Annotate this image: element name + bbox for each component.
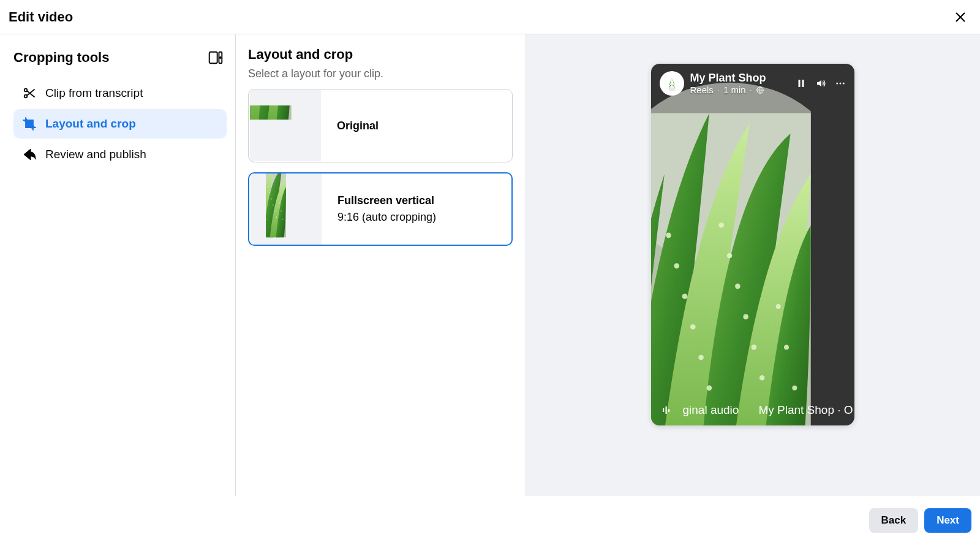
pause-icon[interactable] — [796, 78, 807, 89]
channel-meta: Reels · 1 min · — [690, 85, 790, 95]
attribution: My Plant Shop · O — [758, 403, 853, 417]
svg-rect-22 — [209, 52, 217, 63]
layout-option-original[interactable]: Original — [248, 89, 513, 162]
svg-point-35 — [842, 83, 844, 85]
meta-type: Reels — [690, 85, 714, 95]
sidebar-title: Cropping tools — [13, 50, 109, 66]
svg-rect-38 — [668, 410, 669, 413]
layout-thumb-vertical — [251, 173, 322, 245]
avatar[interactable] — [660, 71, 684, 96]
panel-toggle-button[interactable] — [205, 47, 227, 69]
svg-point-33 — [836, 83, 838, 85]
close-button[interactable] — [949, 6, 971, 28]
preview-top-overlay: My Plant Shop Reels · 1 min · — [660, 71, 846, 96]
layout-panel: Layout and crop Select a layout for your… — [236, 34, 525, 496]
layout-thumb-original — [250, 90, 321, 161]
more-icon[interactable] — [835, 78, 846, 89]
preview-area: My Plant Shop Reels · 1 min · — [525, 34, 980, 496]
audio-bars-icon — [661, 405, 672, 416]
close-icon — [954, 10, 967, 24]
globe-icon — [756, 86, 764, 94]
svg-rect-36 — [663, 408, 664, 412]
nav-item-label: Review and publish — [45, 148, 146, 161]
meta-duration: 1 min — [723, 85, 746, 95]
sidebar: Cropping tools Clip from transcript Layo… — [0, 34, 236, 496]
nav-item-clip-from-transcript[interactable]: Clip from transcript — [13, 78, 227, 108]
channel-name[interactable]: My Plant Shop — [690, 72, 790, 85]
svg-point-34 — [839, 83, 841, 85]
page-title: Edit video — [9, 9, 73, 25]
nav-item-layout-and-crop[interactable]: Layout and crop — [13, 109, 227, 139]
header: Edit video — [0, 0, 980, 34]
preview-video-frame — [651, 64, 854, 425]
share-icon — [22, 147, 37, 162]
audio-label: ginal audio — [683, 403, 739, 417]
nav-item-review-and-publish[interactable]: Review and publish — [13, 140, 227, 169]
volume-icon[interactable] — [815, 78, 826, 89]
plant-thumb-icon — [250, 105, 321, 146]
nav-item-label: Layout and crop — [45, 117, 136, 131]
panel-subtitle: Select a layout for your clip. — [248, 67, 513, 80]
plant-thumb-icon — [266, 173, 306, 245]
back-button[interactable]: Back — [869, 508, 919, 533]
scissors-icon — [22, 86, 37, 101]
panel-title: Layout and crop — [248, 47, 513, 63]
preview-bottom-overlay: ginal audio My Plant Shop · O — [661, 403, 854, 417]
svg-rect-37 — [665, 406, 666, 414]
preview-card: My Plant Shop Reels · 1 min · — [651, 64, 854, 425]
svg-rect-32 — [802, 80, 804, 87]
svg-rect-29 — [668, 88, 675, 91]
layout-option-title: Original — [337, 120, 379, 132]
footer: Back Next — [0, 496, 980, 545]
body: Cropping tools Clip from transcript Layo… — [0, 34, 980, 496]
layout-option-subtitle: 9:16 (auto cropping) — [337, 211, 436, 224]
svg-rect-31 — [798, 80, 800, 87]
panel-collapse-icon — [208, 50, 224, 66]
avatar-plant-icon — [664, 75, 680, 91]
nav-item-label: Clip from transcript — [45, 86, 143, 100]
next-button[interactable]: Next — [924, 508, 971, 533]
sidebar-header: Cropping tools — [13, 47, 227, 69]
layout-option-title: Fullscreen vertical — [337, 194, 436, 207]
crop-icon — [22, 116, 37, 131]
svg-point-24 — [220, 57, 221, 58]
layout-option-fullscreen-vertical[interactable]: Fullscreen vertical 9:16 (auto cropping) — [248, 172, 513, 246]
